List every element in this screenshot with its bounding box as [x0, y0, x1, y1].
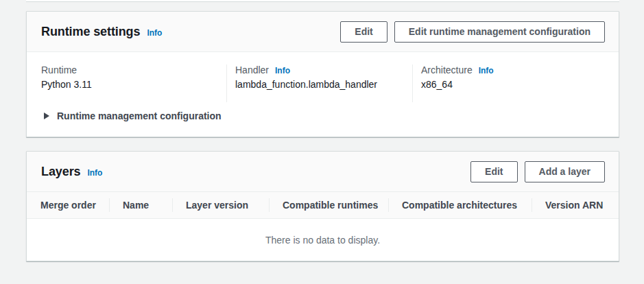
architecture-field-value: x86_64 [421, 79, 609, 90]
column-header-merge-order: Merge order [27, 192, 109, 218]
layers-header: Layers Info Edit Add a layer [27, 152, 619, 192]
edit-layers-button[interactable]: Edit [470, 161, 517, 182]
handler-info-link[interactable]: Info [275, 66, 290, 75]
layers-title: Layers [41, 165, 80, 179]
runtime-field: Runtime Python 3.11 [27, 64, 226, 102]
column-header-compatible-architectures: Compatible architectures [388, 192, 532, 218]
column-header-version-arn: Version ARN [532, 192, 619, 218]
runtime-settings-body: Runtime Python 3.11 Handler Info lambda_… [27, 52, 619, 137]
runtime-field-label: Runtime [41, 64, 77, 75]
previous-card-bottom-edge [26, 0, 619, 2]
architecture-info-link[interactable]: Info [479, 66, 494, 75]
runtime-settings-fields: Runtime Python 3.11 Handler Info lambda_… [27, 52, 619, 108]
edit-runtime-settings-button[interactable]: Edit [340, 21, 387, 43]
caret-right-icon [44, 113, 49, 119]
lambda-configuration-page: Runtime settings Info Edit Edit runtime … [0, 0, 644, 261]
runtime-settings-title-group: Runtime settings Info [41, 25, 162, 39]
column-header-layer-version: Layer version [172, 192, 269, 218]
add-a-layer-button[interactable]: Add a layer [525, 161, 605, 182]
runtime-management-configuration-expander[interactable]: Runtime management configuration [27, 108, 619, 137]
empty-state-message: There is no data to display. [265, 235, 380, 246]
column-header-name: Name [109, 192, 172, 218]
layers-actions: Edit Add a layer [470, 161, 605, 182]
runtime-field-value: Python 3.11 [41, 79, 218, 90]
architecture-field: Architecture Info x86_64 [412, 64, 617, 102]
layers-title-group: Layers Info [41, 165, 102, 179]
runtime-settings-actions: Edit Edit runtime management configurati… [340, 21, 605, 43]
architecture-field-label: Architecture [421, 64, 473, 75]
handler-field-value: lambda_function.lambda_handler [235, 79, 404, 90]
handler-field: Handler Info lambda_function.lambda_hand… [226, 64, 412, 102]
edit-runtime-management-configuration-button[interactable]: Edit runtime management configuration [394, 21, 605, 43]
layers-table-header: Merge order Name Layer version Compatibl… [27, 192, 619, 219]
layers-card: Layers Info Edit Add a layer Merge order… [26, 151, 619, 261]
column-header-compatible-runtimes: Compatible runtimes [269, 192, 388, 218]
runtime-settings-header: Runtime settings Info Edit Edit runtime … [27, 12, 619, 52]
runtime-settings-card: Runtime settings Info Edit Edit runtime … [26, 11, 619, 137]
layers-table-empty-state: There is no data to display. [27, 219, 619, 261]
runtime-settings-title: Runtime settings [41, 25, 140, 39]
runtime-management-configuration-expander-label: Runtime management configuration [57, 110, 222, 121]
handler-field-label: Handler [235, 64, 269, 75]
runtime-settings-info-link[interactable]: Info [147, 28, 162, 38]
layers-info-link[interactable]: Info [87, 168, 102, 178]
